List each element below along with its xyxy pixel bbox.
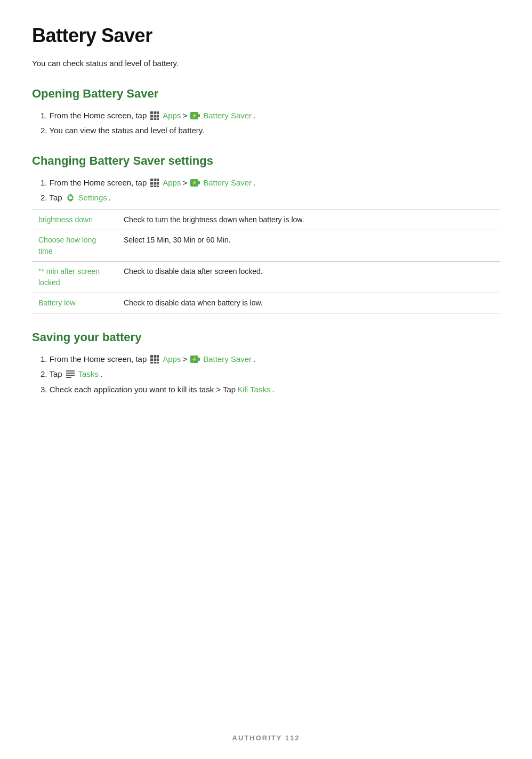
- tasks-link[interactable]: Tasks: [78, 368, 99, 381]
- table-label-battery-low: Battery low: [32, 293, 117, 313]
- table-desc-screen-locked: Check to disable data after screen locke…: [117, 261, 500, 293]
- svg-rect-36: [198, 358, 200, 361]
- opening-step1-gt: >: [182, 110, 187, 122]
- tasks-icon: [65, 369, 76, 380]
- svg-rect-28: [157, 355, 159, 358]
- footer: AUTHORITY 112: [0, 733, 532, 744]
- battery-saver-icon-saving: ⚡: [190, 354, 200, 365]
- changing-step2: 2. Tap Settings .: [32, 192, 500, 204]
- svg-rect-2: [157, 111, 159, 114]
- svg-text:⚡: ⚡: [191, 356, 198, 362]
- section-opening-title: Opening Battery Saver: [32, 85, 500, 102]
- svg-rect-6: [150, 118, 153, 120]
- svg-rect-41: [66, 377, 71, 378]
- svg-rect-20: [157, 185, 159, 187]
- opening-step2: 2. You can view the status and level of …: [32, 125, 500, 137]
- table-label-time: Choose how long time: [32, 230, 117, 261]
- changing-step1-gt: >: [182, 177, 187, 189]
- changing-step2-suffix: .: [109, 192, 111, 204]
- opening-step1: 1. From the Home screen, tap Apps > ⚡ Ba…: [32, 110, 500, 122]
- svg-rect-4: [154, 115, 157, 117]
- svg-rect-16: [154, 182, 157, 184]
- apps-link-saving[interactable]: Apps: [163, 353, 181, 366]
- footer-text: AUTHORITY 112: [232, 734, 300, 742]
- svg-text:⚡: ⚡: [191, 180, 198, 186]
- saving-step3: 3. Check each application you want to ki…: [32, 384, 500, 396]
- svg-rect-5: [157, 115, 159, 117]
- svg-rect-29: [150, 358, 153, 361]
- changing-step2-prefix: 2. Tap: [41, 192, 62, 204]
- svg-rect-22: [198, 181, 200, 184]
- svg-rect-32: [150, 362, 153, 364]
- svg-rect-1: [154, 111, 157, 114]
- kill-tasks-link[interactable]: Kill Tasks: [237, 384, 270, 396]
- svg-rect-31: [157, 358, 159, 361]
- table-row-screen-locked: ** min after screen locked Check to disa…: [32, 261, 500, 293]
- changing-step1-prefix: 1. From the Home screen, tap: [41, 177, 147, 189]
- settings-icon: [65, 192, 76, 203]
- svg-rect-17: [157, 182, 159, 184]
- table-label-screen-locked: ** min after screen locked: [32, 261, 117, 293]
- table-row-brightness: brightness down Check to turn the bright…: [32, 209, 500, 230]
- apps-icon: [149, 110, 160, 121]
- opening-step2-text: 2. You can view the status and level of …: [41, 125, 204, 137]
- opening-step1-suffix: .: [253, 110, 255, 122]
- saving-step1-suffix: .: [253, 353, 255, 366]
- intro-text: You can check status and level of batter…: [32, 58, 500, 70]
- svg-rect-26: [150, 355, 153, 358]
- svg-rect-0: [150, 111, 153, 114]
- changing-step1-suffix: .: [253, 177, 255, 189]
- svg-rect-13: [154, 179, 157, 181]
- opening-step1-prefix: 1. From the Home screen, tap: [41, 110, 147, 122]
- apps-icon-changing: [149, 177, 160, 188]
- battery-saver-link-changing[interactable]: Battery Saver: [203, 177, 252, 189]
- svg-rect-10: [198, 114, 200, 117]
- table-row-battery-low: Battery low Check to disable data when b…: [32, 293, 500, 313]
- apps-icon-saving: [149, 354, 160, 365]
- table-label-brightness: brightness down: [32, 209, 117, 230]
- svg-rect-40: [66, 375, 75, 376]
- svg-rect-27: [154, 355, 157, 358]
- svg-rect-15: [150, 182, 153, 184]
- battery-saver-icon-opening: ⚡: [190, 110, 200, 121]
- battery-saver-link-saving[interactable]: Battery Saver: [203, 353, 252, 366]
- svg-rect-39: [66, 373, 75, 374]
- battery-saver-icon-changing: ⚡: [190, 177, 200, 188]
- svg-rect-30: [154, 358, 157, 361]
- table-desc-brightness: Check to turn the brightness down when b…: [117, 209, 500, 230]
- svg-rect-12: [150, 179, 153, 181]
- svg-rect-7: [154, 118, 157, 120]
- apps-link-opening[interactable]: Apps: [163, 110, 181, 122]
- saving-step1: 1. From the Home screen, tap Apps > ⚡ Ba…: [32, 353, 500, 366]
- settings-link[interactable]: Settings: [78, 192, 107, 204]
- page-title: Battery Saver: [32, 21, 500, 50]
- svg-rect-8: [157, 118, 159, 120]
- table-desc-time: Select 15 Min, 30 Min or 60 Min.: [117, 230, 500, 261]
- svg-point-25: [69, 196, 72, 199]
- section-changing-title: Changing Battery Saver settings: [32, 152, 500, 169]
- svg-rect-14: [157, 179, 159, 181]
- svg-rect-3: [150, 115, 153, 117]
- saving-step2-suffix: .: [100, 368, 102, 381]
- settings-table: brightness down Check to turn the bright…: [32, 209, 500, 313]
- svg-text:⚡: ⚡: [191, 112, 198, 119]
- changing-step1: 1. From the Home screen, tap Apps > ⚡ Ba…: [32, 177, 500, 189]
- saving-step3-suffix: .: [272, 384, 274, 396]
- table-row-time: Choose how long time Select 15 Min, 30 M…: [32, 230, 500, 261]
- svg-rect-19: [154, 185, 157, 187]
- saving-step1-prefix: 1. From the Home screen, tap: [41, 353, 147, 366]
- svg-rect-34: [157, 362, 159, 364]
- svg-rect-38: [66, 370, 75, 372]
- section-saving-title: Saving your battery: [32, 328, 500, 346]
- table-desc-battery-low: Check to disable data when battery is lo…: [117, 293, 500, 313]
- saving-step1-gt: >: [182, 353, 187, 366]
- battery-saver-link-opening[interactable]: Battery Saver: [203, 110, 252, 122]
- apps-link-changing[interactable]: Apps: [163, 177, 181, 189]
- svg-rect-18: [150, 185, 153, 187]
- saving-step2-prefix: 2. Tap: [41, 368, 62, 381]
- saving-step3-prefix: 3. Check each application you want to ki…: [41, 384, 236, 396]
- svg-rect-33: [154, 362, 157, 364]
- saving-step2: 2. Tap Tasks .: [32, 368, 500, 381]
